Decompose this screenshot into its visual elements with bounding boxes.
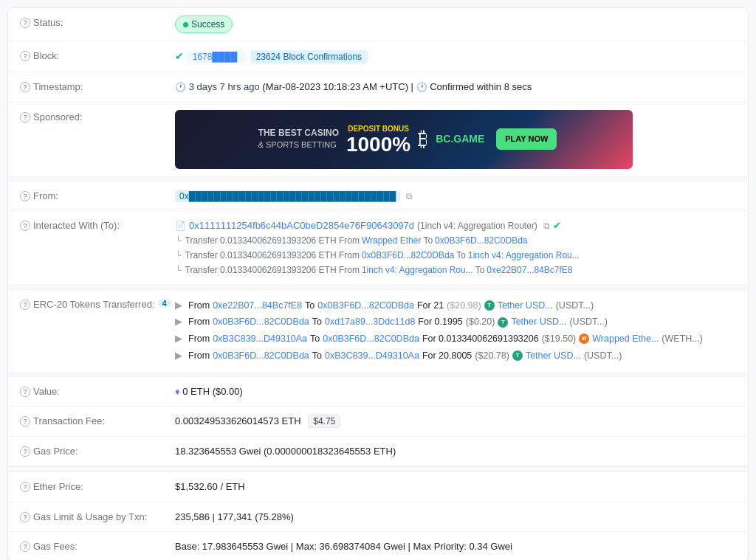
erc20-3-token[interactable]: Wrapped Ethe... [592,332,659,346]
status-badge: Success [175,15,233,33]
gas-price-help-icon[interactable]: ? [20,446,30,457]
from-row: ? From: 0x██████████████████████████████… [8,182,748,212]
block-number-link[interactable]: 1678████ [187,51,246,63]
status-dot [183,22,188,27]
gas-limit-row: ? Gas Limit & Usage by Txn: 235,586 | 17… [8,502,748,533]
interacted-with-value: 📄 0x1111111254fb6c44bAC0beD2854e76F90643… [175,218,736,277]
erc20-4-to[interactable]: 0xB3C839...D49310Aa [325,349,419,363]
gas-price-label: ? Gas Price: [20,444,175,457]
transfer-3-to[interactable]: 0xe22B07...84Bc7fE8 [487,263,572,277]
interacted-with-row: ? Interacted With (To): 📄 0x1111111254fb… [8,211,748,286]
copy-contract-icon[interactable]: ⧉ [543,219,550,232]
erc20-label: ? ERC-20 Tokens Transferred: 4 [20,297,175,310]
gas-fees-row: ? Gas Fees: Base: 17.983645553 Gwei | Ma… [8,532,748,560]
ether-price-value: $1,532.60 / ETH [175,480,736,494]
erc20-transfer-row-2: ▶ From 0x0B3F6D...82C0DBda To 0xd17a89..… [175,314,736,331]
erc20-transfer-row-4: ▶ From 0x0B3F6D...82C0DBda To 0xB3C839..… [175,348,736,364]
interacted-contract-row: 📄 0x1111111254fb6c44bAC0beD2854e76F90643… [175,218,736,233]
timestamp-value: 🕐 3 days 7 hrs ago (Mar-08-2023 10:18:23… [175,80,736,94]
value-help-icon[interactable]: ? [20,387,30,397]
copy-address-icon[interactable]: ⧉ [406,191,413,201]
timestamp-date: Mar-08-2023 10:18:23 AM +UTC [266,81,405,92]
gas-limit-help-icon[interactable]: ? [20,512,30,522]
erc20-value: ▶ From 0xe22B07...84Bc7fE8 To 0x0B3F6D..… [175,297,736,364]
timestamp-row: ? Timestamp: 🕐 3 days 7 hrs ago (Mar-08-… [8,72,748,103]
sponsored-ad-banner[interactable]: THE BEST CASINO & SPORTS BETTING DEPOSIT… [175,110,633,169]
sponsored-row: ? Sponsored: THE BEST CASINO & SPORTS BE… [8,103,748,177]
contract-label: (1inch v4: Aggregation Router) [417,219,537,232]
block-value: ✔ 1678████ 23624 Block Confirmations [175,49,736,64]
erc20-4-token[interactable]: Tether USD... [526,349,581,363]
transfer-2-to[interactable]: 1inch v4: Aggregation Rou... [468,249,580,262]
contract-address-link[interactable]: 0x1111111254fb6c44bAC0beD2854e76F9064309… [189,218,414,233]
erc20-transfer-row-3: ▶ From 0xB3C839...D49310Aa To 0x0B3F6D..… [175,331,736,348]
from-value: 0x█████████████████████████████████ ⧉ [175,189,736,204]
value-row: ? Value: ♦ 0 ETH ($0.00) [8,377,748,407]
erc20-2-from[interactable]: 0x0B3F6D...82C0DBda [213,315,309,329]
from-help-icon[interactable]: ? [20,191,30,201]
status-help-icon[interactable]: ? [20,18,30,28]
file-icon: 📄 [175,219,186,232]
clock-icon-2: 🕐 [416,82,427,92]
erc20-count-badge: 4 [158,299,171,308]
tether-icon-1: T [484,300,495,311]
erc20-row: ? ERC-20 Tokens Transferred: 4 ▶ From 0x… [8,290,748,373]
block-confirmations-badge: 23624 Block Confirmations [250,50,368,63]
interacted-with-label: ? Interacted With (To): [20,218,175,231]
block-help-icon[interactable]: ? [20,51,30,61]
ether-price-label: ? Ether Price: [20,480,175,492]
eth-icon: ♦ [175,386,180,397]
transfer-2-from[interactable]: 0x0B3F6D...82C0DBda [362,249,454,262]
from-address[interactable]: 0x█████████████████████████████████ [175,190,400,202]
gas-price-value: 18.323645553 Gwei (0.000000018323645553 … [175,444,736,459]
gas-fees-label: ? Gas Fees: [20,539,175,552]
gas-limit-label: ? Gas Limit & Usage by Txn: [20,510,175,522]
erc20-1-from[interactable]: 0xe22B07...84Bc7fE8 [213,299,302,313]
erc20-help-icon[interactable]: ? [20,300,30,310]
erc20-4-from[interactable]: 0x0B3F6D...82C0DBda [213,349,309,363]
gas-fees-help-icon[interactable]: ? [20,542,30,552]
sponsored-value: THE BEST CASINO & SPORTS BETTING DEPOSIT… [175,110,736,169]
transaction-fee-row: ? Transaction Fee: 0.003249533626014573 … [8,407,748,437]
tx-fee-label: ? Transaction Fee: [20,414,175,426]
timestamp-confirmed: Confirmed within 8 secs [430,81,532,92]
erc20-3-from[interactable]: 0xB3C839...D49310Aa [213,332,307,346]
status-row: ? Status: Success [8,8,748,41]
from-label: ? From: [20,189,175,201]
value-label: ? Value: [20,384,175,397]
erc20-1-token[interactable]: Tether USD... [498,299,553,313]
timestamp-help-icon[interactable]: ? [20,82,30,92]
transfer-line-2: └ Transfer 0.013340062691393206 ETH From… [175,248,736,263]
ether-price-help-icon[interactable]: ? [20,482,30,492]
erc20-1-to[interactable]: 0x0B3F6D...82C0DBda [317,299,414,313]
gas-limit-value: 235,586 | 177,341 (75.28%) [175,510,736,525]
transfer-1-to[interactable]: 0x0B3F6D...82C0DBda [435,234,527,247]
status-label: ? Status: [20,15,175,28]
erc20-2-to[interactable]: 0xd17a89...3Ddc11d8 [325,315,415,329]
timestamp-ago: 3 days 7 hrs ago [189,81,260,92]
ad-bonus: DEPOSIT BONUS 1000% [346,123,410,155]
ad-play-now-button[interactable]: PLAY NOW [496,128,557,150]
sponsored-help-icon[interactable]: ? [20,112,30,122]
gas-fees-value: Base: 17.983645553 Gwei | Max: 36.698374… [175,539,736,554]
tx-fee-help-icon[interactable]: ? [20,416,30,426]
ad-text-left: THE BEST CASINO & SPORTS BETTING [251,127,339,151]
status-value: Success [175,15,736,33]
ad-brand-logo: BC.GAME [436,131,489,147]
tether-icon-4: T [512,350,523,361]
transfer-line-3: └ Transfer 0.013340062691393206 ETH From… [175,263,736,277]
gas-price-row: ? Gas Price: 18.323645553 Gwei (0.000000… [8,437,748,467]
block-row: ? Block: ✔ 1678████ 23624 Block Confirma… [8,41,748,72]
transfer-3-from[interactable]: 1inch v4: Aggregation Rou... [362,263,473,277]
section-divider [8,466,748,472]
block-check-icon: ✔ [175,50,184,62]
erc20-2-token[interactable]: Tether USD... [511,315,566,329]
transfer-1-from[interactable]: Wrapped Ether [362,234,422,247]
erc20-3-to[interactable]: 0x0B3F6D...82C0DBda [323,332,419,346]
weth-icon: W [579,333,589,344]
transfer-line-1: └ Transfer 0.013340062691393206 ETH From… [175,233,736,248]
ether-price-row: ? Ether Price: $1,532.60 / ETH [8,472,748,502]
tx-fee-value: 0.003249533626014573 ETH $4.75 [175,414,736,429]
timestamp-label: ? Timestamp: [20,80,175,92]
interacted-help-icon[interactable]: ? [20,221,30,231]
